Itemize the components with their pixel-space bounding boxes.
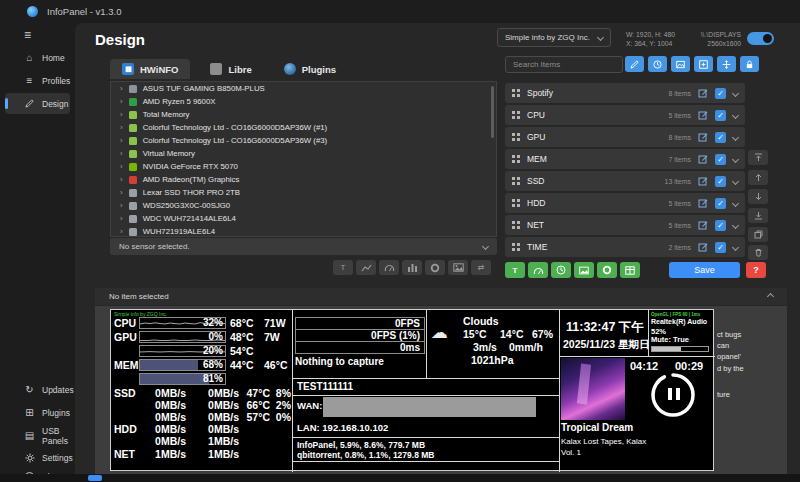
sidebar-item-updates[interactable]: ↻ Updates: [0, 379, 75, 400]
expander-icon[interactable]: ›: [120, 149, 123, 158]
album-art[interactable]: [561, 358, 625, 420]
expander-icon[interactable]: ›: [120, 162, 123, 171]
group-checkbox[interactable]: ✓: [715, 132, 726, 143]
expander-icon[interactable]: ›: [120, 84, 123, 93]
duplicate-icon[interactable]: [748, 227, 768, 242]
weather-temp[interactable]: 15°C: [463, 328, 486, 340]
sensor-tree-item[interactable]: ›WDS250G3X0C-00SJG0: [111, 199, 496, 212]
mem-usage-bar[interactable]: 68%: [139, 359, 226, 371]
test-text[interactable]: TEST111111: [297, 381, 353, 392]
preview-mem-row[interactable]: MEM 68% 44°C46°C: [111, 359, 292, 372]
move-down-icon[interactable]: [748, 189, 768, 204]
move-bottom-icon[interactable]: [748, 208, 768, 223]
expander-icon[interactable]: ›: [120, 136, 123, 145]
frametime-value[interactable]: 0ms: [295, 341, 425, 354]
weather-wind[interactable]: 3m/s: [473, 341, 497, 353]
sensor-tree-item[interactable]: ›Colorful Technology Ltd - CO16G6000D5AP…: [111, 134, 496, 147]
audio-mute[interactable]: Mute: True: [651, 335, 689, 344]
clock-date[interactable]: 2025/11/23 星期日: [563, 338, 649, 352]
clock-icon[interactable]: [648, 56, 667, 72]
transfer-icon[interactable]: ⇄: [471, 260, 491, 275]
wan-label[interactable]: WAN:: [297, 400, 322, 411]
sensor-tree-item[interactable]: ›NVIDIA GeForce RTX 5070: [111, 160, 496, 173]
sensor-tree-item[interactable]: ›Colorful Technology Ltd - CO16G6000D5AP…: [111, 121, 496, 134]
tab-hwinfo[interactable]: ▮▮ HWiNFO: [110, 59, 190, 79]
pause-icon[interactable]: [663, 388, 684, 400]
drag-handle-icon[interactable]: [512, 155, 520, 163]
add-donut-icon[interactable]: [597, 262, 617, 278]
track-album[interactable]: Vol. 1: [561, 448, 581, 457]
sensor-tree-item[interactable]: ›Lexar SSD THOR PRO 2TB: [111, 186, 496, 199]
sensor-tree-item[interactable]: ›Virtual Memory: [111, 147, 496, 160]
sensor-tree-item[interactable]: ›Total Memory: [111, 108, 496, 121]
drag-handle-icon[interactable]: [512, 221, 520, 229]
brush-icon[interactable]: [625, 56, 644, 72]
chevron-down-icon[interactable]: [732, 111, 739, 118]
expander-icon[interactable]: ›: [120, 123, 123, 132]
add-image-icon[interactable]: [574, 262, 594, 278]
bar-chart-icon[interactable]: [402, 260, 422, 275]
sidebar-item-design[interactable]: Design: [5, 93, 70, 114]
chevron-down-icon[interactable]: [732, 199, 739, 206]
help-button[interactable]: ?: [746, 262, 766, 278]
edit-icon[interactable]: [698, 198, 708, 208]
edit-icon[interactable]: [698, 154, 708, 164]
weather-humidity[interactable]: 67%: [532, 328, 553, 340]
add-clock-icon[interactable]: [551, 262, 571, 278]
group-checkbox[interactable]: ✓: [715, 154, 726, 165]
lan-address[interactable]: LAN: 192.168.10.102: [297, 422, 388, 433]
track-artist[interactable]: Kalax Lost Tapes, Kalax: [561, 437, 646, 446]
sidebar-item-plugins[interactable]: ⊞ Plugins: [0, 402, 75, 423]
sidebar-item-home[interactable]: ⌂ Home: [0, 47, 75, 68]
expander-icon[interactable]: ›: [120, 175, 123, 184]
gpu2-usage-graph[interactable]: 20%: [139, 345, 226, 357]
add-text-icon[interactable]: T: [505, 262, 525, 278]
move-icon[interactable]: [717, 56, 736, 72]
move-up-icon[interactable]: [748, 170, 768, 185]
profile-select[interactable]: Simple info by ZGQ Inc.: [497, 28, 611, 47]
edit-icon[interactable]: [698, 88, 708, 98]
delete-icon[interactable]: [748, 245, 768, 260]
search-input[interactable]: [505, 56, 623, 73]
group-row-ssd[interactable]: SSD13 items✓: [505, 171, 745, 191]
sensor-tree-item[interactable]: ›AMD Radeon(TM) Graphics: [111, 173, 496, 186]
group-row-time[interactable]: TIME2 items✓: [505, 237, 745, 257]
drag-handle-icon[interactable]: [512, 199, 520, 207]
group-checkbox[interactable]: ✓: [715, 220, 726, 231]
weather-pressure[interactable]: 1021hPa: [471, 354, 514, 366]
tab-libre[interactable]: Libre: [198, 59, 263, 79]
drag-handle-icon[interactable]: [512, 243, 520, 251]
gauge-icon[interactable]: [379, 260, 399, 275]
tab-plugins[interactable]: Plugins: [272, 59, 348, 79]
capture-status[interactable]: Nothing to capture: [295, 356, 384, 367]
weather-feels-like[interactable]: 14°C: [500, 328, 523, 340]
cpu-usage-graph[interactable]: 32%: [139, 317, 226, 329]
add-table-icon[interactable]: [620, 262, 640, 278]
mem2-usage-bar[interactable]: 81%: [139, 373, 226, 385]
chevron-down-icon[interactable]: [732, 133, 739, 140]
line-chart-icon[interactable]: [356, 260, 376, 275]
sensor-tree-item[interactable]: ›WDC WUH721414ALE6L4: [111, 212, 496, 225]
group-row-cpu[interactable]: CPU5 items✓: [505, 105, 745, 125]
preview-gpu-row[interactable]: GPU 0% 48°C7W: [111, 331, 292, 344]
group-checkbox[interactable]: ✓: [715, 242, 726, 253]
image-sensor-icon[interactable]: [448, 260, 468, 275]
process-stats[interactable]: qbittorrent, 0.8%, 1.1%, 1279.8 MB: [297, 450, 434, 460]
donut-icon[interactable]: [425, 260, 445, 275]
preview-net-row[interactable]: NET1MB/s1MB/s: [111, 448, 292, 461]
group-row-mem[interactable]: MEM7 items✓: [505, 149, 745, 169]
group-row-spotify[interactable]: Spotify8 items✓: [505, 83, 745, 103]
group-row-gpu[interactable]: GPU8 items✓: [505, 127, 745, 147]
group-checkbox[interactable]: ✓: [715, 110, 726, 121]
preview-cpu-row[interactable]: CPU 32% 68°C71W: [111, 317, 292, 330]
expander-icon[interactable]: ›: [120, 214, 123, 223]
preview-mem2-row[interactable]: 81%: [111, 373, 292, 386]
edit-icon[interactable]: [698, 110, 708, 120]
expander-icon[interactable]: ›: [120, 227, 123, 236]
chevron-down-icon[interactable]: [732, 243, 739, 250]
clock-time[interactable]: 11:32:47 下午: [566, 319, 644, 336]
weather-rain[interactable]: 0mm/h: [509, 341, 543, 353]
sensor-tree-item[interactable]: ›WUH721919ALE6L4: [111, 225, 496, 237]
volume-bar[interactable]: [651, 346, 709, 352]
preview-gpu2-row[interactable]: 20% 54°C: [111, 345, 292, 358]
